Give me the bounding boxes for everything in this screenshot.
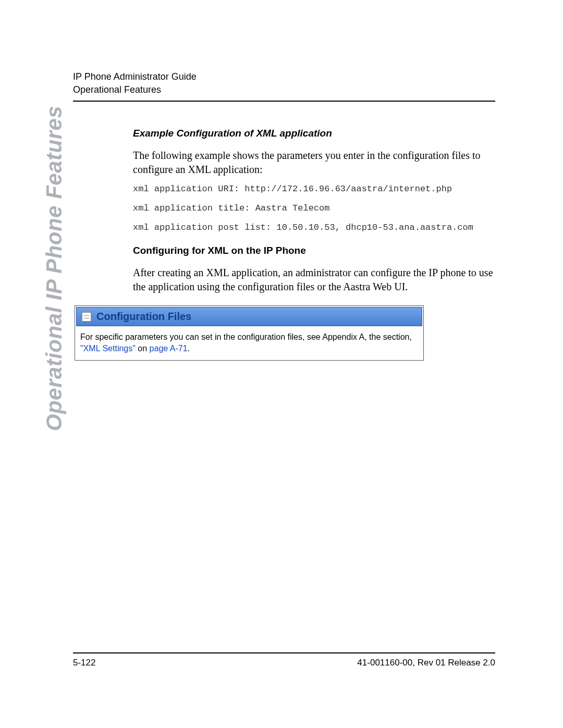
callout-text-pre: For specific parameters you can set in t… xyxy=(80,332,412,341)
para-example-intro: The following example shows the paramete… xyxy=(133,149,495,177)
page-footer: 5-122 41-001160-00, Rev 01 Release 2.0 xyxy=(73,652,495,668)
callout-config-files: Configuration Files For specific paramet… xyxy=(75,305,424,361)
footer-page-number: 5-122 xyxy=(73,658,95,668)
header-section-title: Operational Features xyxy=(73,84,495,95)
document-icon xyxy=(82,312,91,322)
code-xml-post-list: xml application post list: 10.50.10.53, … xyxy=(133,223,495,232)
link-page-a71[interactable]: page A-71 xyxy=(150,344,188,353)
main-content: Example Configuration of XML application… xyxy=(133,128,495,361)
link-xml-settings[interactable]: "XML Settings" xyxy=(80,344,136,353)
callout-text-post: . xyxy=(188,344,190,353)
callout-body: For specific parameters you can set in t… xyxy=(75,327,423,360)
callout-header: Configuration Files xyxy=(76,307,422,326)
heading-example-config: Example Configuration of XML application xyxy=(133,128,495,139)
code-xml-title: xml application title: Aastra Telecom xyxy=(133,203,495,213)
page-header: IP Phone Administrator Guide Operational… xyxy=(73,71,495,102)
footer-rule xyxy=(73,652,495,653)
page: IP Phone Administrator Guide Operational… xyxy=(0,0,563,728)
footer-doc-id: 41-001160-00, Rev 01 Release 2.0 xyxy=(357,658,495,668)
callout-text-mid: on xyxy=(136,344,150,353)
code-xml-uri: xml application URI: http://172.16.96.63… xyxy=(133,184,495,194)
heading-configuring-xml: Configuring for XML on the IP Phone xyxy=(133,245,495,256)
header-guide-title: IP Phone Administrator Guide xyxy=(73,71,495,82)
callout-title: Configuration Files xyxy=(96,311,191,323)
header-rule xyxy=(73,101,495,102)
para-configuring-xml: After creating an XML application, an ad… xyxy=(133,266,495,294)
sidebar-chapter-label: Operational IP Phone Features xyxy=(42,106,67,431)
